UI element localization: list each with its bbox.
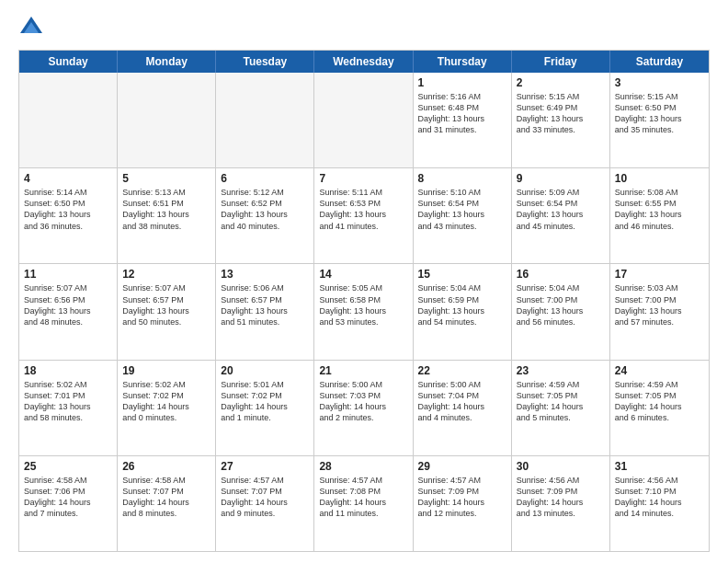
day-number: 2 bbox=[517, 76, 605, 89]
cell-info-line: Sunset: 6:57 PM bbox=[221, 294, 309, 305]
calendar-cell-16: 16Sunrise: 5:04 AMSunset: 7:00 PMDayligh… bbox=[512, 264, 610, 359]
cell-info-line: Daylight: 13 hours bbox=[122, 209, 210, 220]
cell-info-line: Sunset: 7:00 PM bbox=[517, 294, 605, 305]
cell-info-line: Sunrise: 4:59 AM bbox=[517, 379, 605, 390]
day-number: 25 bbox=[24, 460, 112, 473]
calendar-row-2: 11Sunrise: 5:07 AMSunset: 6:56 PMDayligh… bbox=[19, 264, 709, 360]
calendar-cell-15: 15Sunrise: 5:04 AMSunset: 6:59 PMDayligh… bbox=[414, 264, 512, 359]
cell-info-line: Sunrise: 5:05 AM bbox=[319, 282, 407, 293]
calendar-cell-empty-0-0 bbox=[19, 73, 118, 167]
day-number: 6 bbox=[221, 172, 309, 185]
cell-info-line: Sunrise: 4:59 AM bbox=[615, 379, 704, 390]
cell-info-line: Sunset: 7:02 PM bbox=[122, 390, 210, 401]
cell-info-line: and 50 minutes. bbox=[122, 316, 210, 327]
day-number: 29 bbox=[418, 460, 506, 473]
calendar-cell-2: 2Sunrise: 5:15 AMSunset: 6:49 PMDaylight… bbox=[512, 73, 610, 167]
calendar-row-4: 25Sunrise: 4:58 AMSunset: 7:06 PMDayligh… bbox=[19, 456, 709, 551]
cell-info-line: and 4 minutes. bbox=[418, 412, 506, 423]
cell-info-line: Sunset: 7:05 PM bbox=[615, 390, 704, 401]
cell-info-line: Daylight: 13 hours bbox=[418, 113, 506, 124]
cell-info-line: Sunset: 7:06 PM bbox=[24, 486, 112, 497]
cell-info-line: Sunrise: 4:56 AM bbox=[615, 475, 704, 486]
day-number: 5 bbox=[122, 172, 210, 185]
day-number: 9 bbox=[517, 172, 605, 185]
cell-info-line: Sunset: 6:48 PM bbox=[418, 102, 506, 113]
cell-info-line: Daylight: 13 hours bbox=[24, 305, 112, 316]
cell-info-line: Sunset: 6:59 PM bbox=[418, 294, 506, 305]
cell-info-line: Sunset: 7:08 PM bbox=[319, 486, 407, 497]
cell-info-line: Sunrise: 5:07 AM bbox=[24, 282, 112, 293]
cell-info-line: Sunrise: 5:14 AM bbox=[24, 187, 112, 198]
cell-info-line: Sunset: 7:02 PM bbox=[221, 390, 309, 401]
day-number: 7 bbox=[319, 172, 407, 185]
cell-info-line: Daylight: 14 hours bbox=[319, 497, 407, 508]
cell-info-line: and 45 minutes. bbox=[517, 221, 605, 232]
calendar-cell-23: 23Sunrise: 4:59 AMSunset: 7:05 PMDayligh… bbox=[512, 361, 610, 455]
day-number: 4 bbox=[24, 172, 112, 185]
page: SundayMondayTuesdayWednesdayThursdayFrid… bbox=[0, 0, 728, 563]
calendar-cell-3: 3Sunrise: 5:15 AMSunset: 6:50 PMDaylight… bbox=[610, 73, 709, 167]
cell-info-line: Sunset: 6:52 PM bbox=[221, 198, 309, 209]
calendar-row-0: 1Sunrise: 5:16 AMSunset: 6:48 PMDaylight… bbox=[19, 73, 709, 168]
cell-info-line: Sunrise: 5:13 AM bbox=[122, 187, 210, 198]
cell-info-line: Sunset: 6:54 PM bbox=[418, 198, 506, 209]
calendar-cell-10: 10Sunrise: 5:08 AMSunset: 6:55 PMDayligh… bbox=[610, 168, 709, 263]
cell-info-line: and 51 minutes. bbox=[221, 316, 309, 327]
calendar-cell-31: 31Sunrise: 4:56 AMSunset: 7:10 PMDayligh… bbox=[610, 456, 709, 551]
cell-info-line: Sunset: 7:09 PM bbox=[517, 486, 605, 497]
cell-info-line: Daylight: 14 hours bbox=[122, 497, 210, 508]
cell-info-line: Daylight: 13 hours bbox=[517, 305, 605, 316]
cell-info-line: Sunset: 6:51 PM bbox=[122, 198, 210, 209]
cell-info-line: Daylight: 14 hours bbox=[517, 401, 605, 412]
day-number: 20 bbox=[221, 364, 309, 377]
cell-info-line: and 40 minutes. bbox=[221, 221, 309, 232]
day-number: 15 bbox=[418, 268, 506, 281]
cell-info-line: Sunrise: 4:58 AM bbox=[122, 475, 210, 486]
cell-info-line: Sunrise: 5:16 AM bbox=[418, 91, 506, 102]
cell-info-line: Sunset: 7:10 PM bbox=[615, 486, 704, 497]
cell-info-line: and 11 minutes. bbox=[319, 508, 407, 519]
cell-info-line: Sunrise: 5:04 AM bbox=[418, 282, 506, 293]
day-number: 1 bbox=[418, 76, 506, 89]
cell-info-line: and 2 minutes. bbox=[319, 412, 407, 423]
header-cell-tuesday: Tuesday bbox=[216, 51, 314, 73]
cell-info-line: Sunset: 7:05 PM bbox=[517, 390, 605, 401]
cell-info-line: and 9 minutes. bbox=[221, 508, 309, 519]
cell-info-line: Sunrise: 5:01 AM bbox=[221, 379, 309, 390]
day-number: 10 bbox=[615, 172, 704, 185]
cell-info-line: and 6 minutes. bbox=[615, 412, 704, 423]
cell-info-line: Sunrise: 5:08 AM bbox=[615, 187, 704, 198]
cell-info-line: and 43 minutes. bbox=[418, 221, 506, 232]
day-number: 31 bbox=[615, 460, 704, 473]
calendar-cell-22: 22Sunrise: 5:00 AMSunset: 7:04 PMDayligh… bbox=[414, 361, 512, 455]
cell-info-line: Daylight: 13 hours bbox=[122, 305, 210, 316]
cell-info-line: Daylight: 14 hours bbox=[319, 401, 407, 412]
calendar-cell-empty-0-3 bbox=[314, 73, 413, 167]
cell-info-line: Daylight: 14 hours bbox=[122, 401, 210, 412]
day-number: 26 bbox=[122, 460, 210, 473]
cell-info-line: Sunset: 6:57 PM bbox=[122, 294, 210, 305]
cell-info-line: and 31 minutes. bbox=[418, 124, 506, 135]
cell-info-line: Sunset: 7:00 PM bbox=[615, 294, 704, 305]
day-number: 30 bbox=[517, 460, 605, 473]
cell-info-line: and 8 minutes. bbox=[122, 508, 210, 519]
cell-info-line: Sunset: 6:49 PM bbox=[517, 102, 605, 113]
cell-info-line: Daylight: 13 hours bbox=[615, 305, 704, 316]
cell-info-line: and 54 minutes. bbox=[418, 316, 506, 327]
calendar-row-1: 4Sunrise: 5:14 AMSunset: 6:50 PMDaylight… bbox=[19, 168, 709, 264]
cell-info-line: and 58 minutes. bbox=[24, 412, 112, 423]
cell-info-line: and 53 minutes. bbox=[319, 316, 407, 327]
header-cell-sunday: Sunday bbox=[19, 51, 118, 73]
cell-info-line: Sunset: 6:53 PM bbox=[319, 198, 407, 209]
calendar-cell-30: 30Sunrise: 4:56 AMSunset: 7:09 PMDayligh… bbox=[512, 456, 610, 551]
logo-icon bbox=[18, 15, 44, 40]
cell-info-line: and 41 minutes. bbox=[319, 221, 407, 232]
cell-info-line: Sunrise: 4:57 AM bbox=[418, 475, 506, 486]
cell-info-line: and 46 minutes. bbox=[615, 221, 704, 232]
day-number: 24 bbox=[615, 364, 704, 377]
day-number: 27 bbox=[221, 460, 309, 473]
calendar-cell-24: 24Sunrise: 4:59 AMSunset: 7:05 PMDayligh… bbox=[610, 361, 709, 455]
cell-info-line: Sunset: 7:04 PM bbox=[418, 390, 506, 401]
cell-info-line: and 33 minutes. bbox=[517, 124, 605, 135]
cell-info-line: and 5 minutes. bbox=[517, 412, 605, 423]
